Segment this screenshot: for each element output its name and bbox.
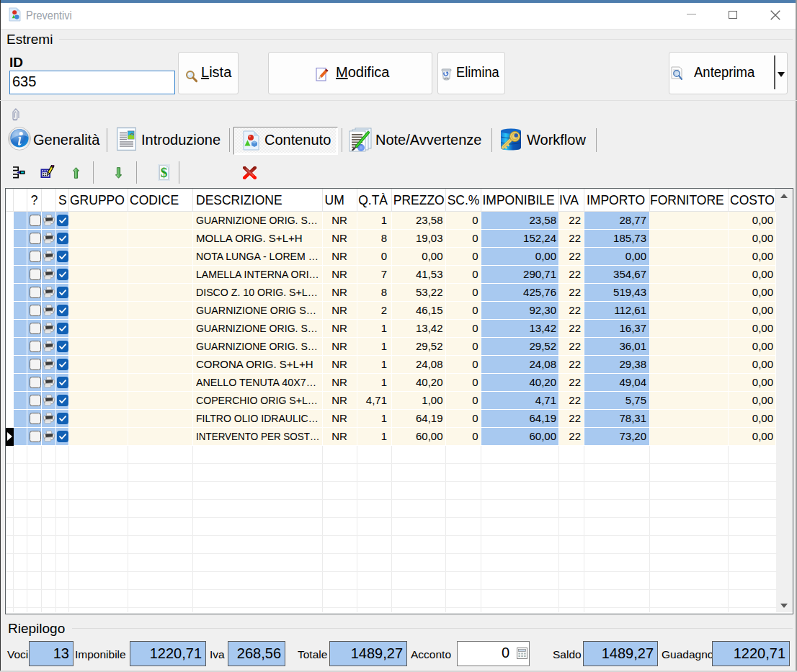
svg-text:$: $ [161, 165, 168, 180]
